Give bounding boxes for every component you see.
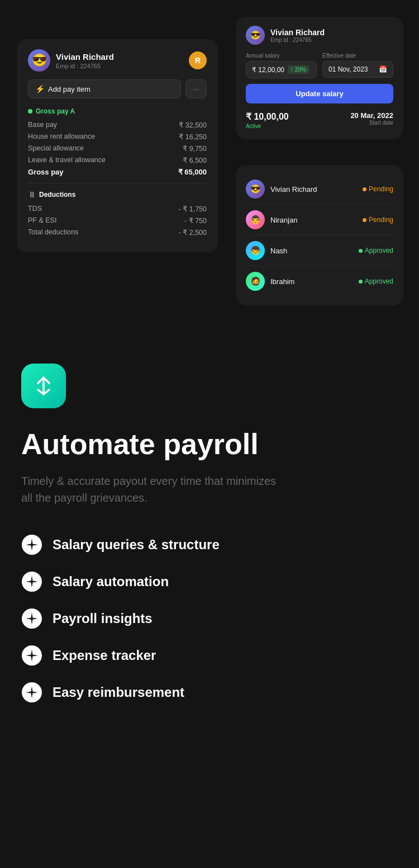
pay-item-value: ₹ 65,000 [178, 168, 207, 176]
sparkle-icon [21, 608, 42, 629]
employee-info: Vivian Richard Emp Id : 224765 [270, 28, 325, 43]
deduction-label: Total deductions [28, 228, 78, 237]
app-icon-svg [31, 373, 56, 399]
top-section: 😎 Vivian Richard Emp id : 224765 R ⚡ Add… [0, 0, 419, 336]
status-dot-icon [359, 249, 363, 253]
approval-left: 👨 Niranjan [246, 210, 297, 229]
pay-item-hra: House rent allowance ₹ 16,250 [28, 133, 207, 141]
approval-left: 😎 Vivian Richard [246, 180, 317, 199]
deduction-tds: TDS - ₹ 1,750 [28, 205, 207, 213]
percent-badge: ↑ 20% [288, 65, 309, 74]
effective-date-field: Effective date 01 Nov, 2023 📅 [322, 53, 393, 78]
annual-salary-input[interactable]: ₹ 12,00,00 ↑ 20% [246, 61, 317, 78]
deduction-label: TDS [28, 205, 42, 213]
feature-label: Payroll insights [53, 611, 153, 626]
right-card-header: 😎 Vivian Richard Emp Id : 224765 [246, 26, 393, 45]
deductions-icon: ⏸ [28, 190, 36, 199]
sparkle-icon [21, 645, 42, 666]
active-amount: ₹ 10,00,00 [246, 111, 289, 122]
status-text: Pending [369, 185, 393, 193]
active-salary-row: ₹ 10,00,00 Active 20 Mar, 2022 Start dat… [246, 111, 393, 129]
payslip-card: 😎 Vivian Richard Emp id : 224765 R ⚡ Add… [17, 39, 218, 252]
feature-item-expense-tracker: Expense tracker [21, 645, 398, 666]
feature-list: Salary queries & structure Salary automa… [21, 534, 398, 703]
deduction-total: Total deductions - ₹ 2,500 [28, 228, 207, 237]
sparkle-icon [21, 682, 42, 703]
add-pay-button[interactable]: ⚡ Add pay item [28, 79, 181, 98]
feature-item-easy-reimbursement: Easy reimbursement [21, 682, 398, 703]
divider [28, 183, 207, 183]
feature-label: Easy reimbursement [53, 685, 184, 700]
update-salary-button[interactable]: Update salary [246, 84, 393, 103]
feature-icon [21, 571, 42, 592]
deduction-value: - ₹ 2,500 [179, 228, 207, 237]
active-badge: Active [246, 123, 289, 129]
status-text: Approved [365, 277, 393, 285]
feature-item-payroll-insights: Payroll insights [21, 608, 398, 629]
feature-label: Salary automation [53, 574, 169, 589]
employee-id: Emp id : 224765 [56, 63, 114, 69]
status-badge-pending: Pending [363, 216, 393, 224]
feature-icon [21, 682, 42, 703]
approval-item-ibrahim[interactable]: 🧔 Ibrahim Approved [236, 266, 403, 296]
approval-name: Vivian Richard [270, 185, 317, 194]
approval-name: Niranjan [270, 216, 297, 224]
card-header: 😎 Vivian Richard Emp id : 224765 R [28, 49, 207, 72]
add-pay-row: ⚡ Add pay item ··· [28, 79, 207, 98]
annual-salary-value: ₹ 12,00,00 [252, 66, 284, 74]
employee-id: Emp Id : 224765 [270, 37, 325, 43]
effective-date-input[interactable]: 01 Nov, 2023 📅 [322, 61, 393, 78]
feature-label: Salary queries & structure [53, 537, 220, 553]
avatar: 👨 [246, 210, 265, 229]
feature-item-salary-automation: Salary automation [21, 571, 398, 592]
avatar: 😎 [28, 49, 50, 72]
employee-name: Vivian Richard [56, 52, 114, 62]
pay-item-travel: Leave & travel allowance ₹ 6,500 [28, 156, 207, 164]
salary-card: 😎 Vivian Richard Emp Id : 224765 Annual … [236, 17, 403, 139]
feature-icon [21, 608, 42, 629]
pay-item-base: Base pay ₹ 32,500 [28, 121, 207, 129]
start-date-label: Start date [350, 120, 393, 126]
status-text: Approved [365, 247, 393, 254]
pay-item-label: Special allowance [28, 144, 84, 153]
gross-pay-section-label: Gross pay A [28, 107, 207, 115]
status-dot-icon [363, 218, 366, 222]
salary-row: Annual salary ₹ 12,00,00 ↑ 20% Effective… [246, 53, 393, 78]
deductions-section-label: ⏸ Deductions [28, 190, 207, 199]
card-header-left: 😎 Vivian Richard Emp id : 224765 [28, 49, 114, 72]
feature-item-salary-queries: Salary queries & structure [21, 534, 398, 555]
pay-item-value: ₹ 32,500 [179, 121, 207, 129]
sparkle-icon [21, 534, 42, 555]
approval-left: 🧔 Ibrahim [246, 272, 294, 291]
deduction-value: - ₹ 1,750 [179, 205, 207, 213]
bottom-section: Automate payroll Timely & accurate payou… [0, 336, 419, 737]
approval-name: Nash [270, 247, 287, 255]
deduction-label: PF & ESI [28, 216, 56, 225]
pay-item-label: Leave & travel allowance [28, 156, 106, 164]
avatar: 😎 [246, 26, 265, 45]
start-date-value: 20 Mar, 2022 [350, 111, 393, 120]
feature-icon [21, 534, 42, 555]
badge-orange: R [189, 51, 207, 69]
status-badge-pending: Pending [363, 185, 393, 193]
more-button[interactable]: ··· [185, 79, 207, 98]
pay-item-value: ₹ 16,250 [179, 133, 207, 141]
pay-item-value: ₹ 6,500 [183, 156, 207, 164]
avatar-emoji: 😎 [32, 53, 47, 68]
annual-salary-label: Annual salary [246, 53, 317, 59]
pay-item-label: Base pay [28, 121, 57, 129]
approval-left: 👦 Nash [246, 241, 287, 260]
deduction-value: - ₹ 750 [184, 216, 207, 225]
employee-info: Vivian Richard Emp id : 224765 [56, 52, 114, 69]
pay-item-label: Gross pay [28, 168, 64, 176]
approval-name: Ibrahim [270, 277, 294, 286]
approval-item-vivian[interactable]: 😎 Vivian Richard Pending [236, 174, 403, 204]
approval-item-niranjan[interactable]: 👨 Niranjan Pending [236, 205, 403, 235]
sub-description: Timely & accurate payout every time that… [21, 473, 278, 506]
effective-date-value: 01 Nov, 2023 [328, 65, 368, 73]
avatar: 🧔 [246, 272, 265, 291]
status-badge-approved: Approved [359, 247, 393, 254]
feature-icon [21, 645, 42, 666]
feature-label: Expense tracker [53, 648, 156, 663]
approval-item-nash[interactable]: 👦 Nash Approved [236, 235, 403, 266]
